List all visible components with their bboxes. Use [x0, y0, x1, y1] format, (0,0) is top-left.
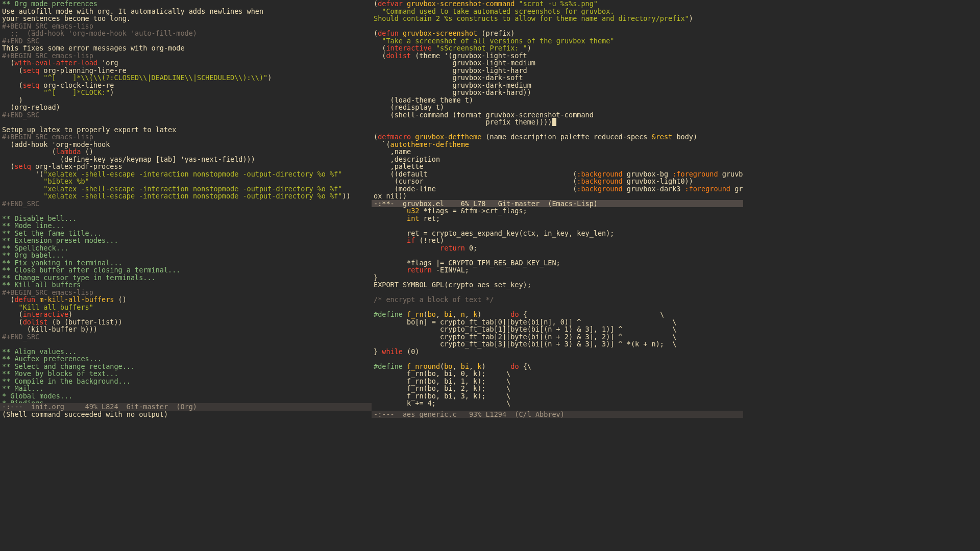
- bottom-right-modeline: -:--- aes_generic.c 93% L1294 (C/l Abbre…: [372, 411, 743, 418]
- emacs-frame: ** Org mode preferences Use autofill mod…: [0, 0, 743, 418]
- right-column: (defvar gruvbox-screenshot-command "scro…: [372, 0, 743, 418]
- left-buffer[interactable]: ** Org mode preferences Use autofill mod…: [0, 0, 372, 403]
- left-modeline: -:--- init.org 49% L824 Git-master (Org): [0, 403, 372, 411]
- minibuffer[interactable]: (Shell command succeeded with no output): [0, 411, 372, 418]
- top-right-modeline: -:**- gruvbox.el 6% L78 Git-master (Emac…: [372, 200, 743, 208]
- left-column: ** Org mode preferences Use autofill mod…: [0, 0, 372, 418]
- top-right-buffer[interactable]: (defvar gruvbox-screenshot-command "scro…: [372, 0, 743, 200]
- bottom-right-buffer[interactable]: u32 *flags = &tfm->crt_flags; int ret; r…: [372, 207, 743, 411]
